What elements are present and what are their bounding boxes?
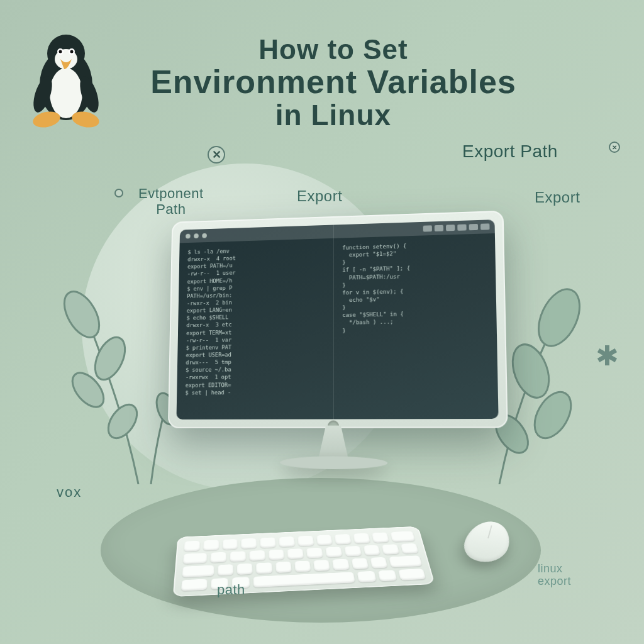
window-dot-icon (202, 233, 207, 238)
window-tab (423, 225, 432, 231)
keyboard-key (287, 548, 304, 559)
window-dot-icon (186, 234, 191, 239)
keyboard-key (279, 536, 294, 547)
keyboard-key (390, 531, 415, 542)
keyboard-key (313, 560, 330, 571)
keyboard-key (242, 538, 257, 549)
monitor-bezel: $ ls -la /envdrwxr-x 4 rootexport PATH=/… (168, 211, 508, 428)
keyboard-key (230, 551, 246, 562)
keyboard-key (372, 532, 389, 542)
label-vox: vox (57, 484, 82, 501)
terminal-code-right: function setenv() { export "$1=$2"}if [ … (333, 219, 498, 419)
close-circle-icon-small: ✕ (609, 142, 620, 153)
keyboard-key (352, 558, 369, 569)
keyboard-key (269, 549, 285, 560)
keyboard-key (333, 559, 350, 570)
monitor-stand (314, 426, 352, 460)
keyboard-key (316, 535, 333, 545)
terminal-code-left: $ ls -la /envdrwxr-x 4 rootexport PATH=/… (176, 225, 333, 419)
keyboard-key (378, 570, 397, 581)
asterisk-icon: ✱ (596, 340, 619, 372)
label-export-center: Export (297, 187, 342, 205)
keyboard-key (260, 537, 275, 548)
keyboard-key (181, 579, 208, 591)
keyboard-key (211, 552, 226, 562)
svg-point-7 (506, 340, 556, 402)
title-line-1: How to Set (113, 34, 553, 65)
keyboard-spacebar (253, 572, 355, 587)
keyboard-key (182, 565, 214, 577)
keyboard-key (297, 536, 314, 547)
keyboard-key (382, 544, 399, 555)
keyboard-key (357, 570, 376, 582)
keyboard-key (389, 555, 422, 567)
window-tab (480, 223, 490, 230)
window-tab (435, 225, 443, 231)
window-tab (457, 225, 466, 231)
keyboard-key (370, 557, 388, 569)
keyboard-key (203, 540, 219, 550)
keyboard-key (335, 534, 352, 544)
keyboard-key (325, 547, 342, 557)
label-path: path (217, 582, 245, 598)
window-tab (446, 225, 455, 231)
title-line-2: Environment Variables (113, 63, 553, 101)
close-circle-icon: ✕ (208, 146, 225, 164)
keyboard-key (249, 550, 265, 561)
tux-penguin-icon (19, 25, 113, 132)
svg-point-3 (103, 399, 143, 443)
label-export-right: Export (535, 189, 580, 206)
svg-point-17 (70, 50, 74, 53)
label-evtponent-path: Evtponent Path (138, 186, 204, 218)
keyboard-key (353, 533, 370, 543)
keyboard-key (401, 543, 418, 554)
page-title: How to Set Environment Variables in Linu… (113, 34, 553, 132)
svg-point-15 (59, 50, 62, 53)
keyboard-key (256, 562, 272, 574)
window-dot-icon (194, 233, 199, 238)
svg-point-6 (530, 283, 587, 353)
keyboard-key (275, 562, 292, 573)
label-export-path: Export Path (462, 142, 558, 162)
keyboard-key (294, 560, 311, 572)
keyboard-key (398, 569, 426, 580)
svg-point-0 (57, 286, 106, 343)
keyboard-key (183, 553, 207, 564)
keyboard-key (237, 564, 253, 575)
svg-point-12 (50, 68, 82, 118)
keyboard-key (344, 546, 361, 557)
keyboard-key (306, 547, 323, 558)
title-line-3: in Linux (113, 98, 553, 132)
label-linux-export: linux export (538, 563, 571, 588)
keyboard-key (184, 541, 199, 552)
keyboard-key (222, 539, 237, 550)
window-tabs (423, 219, 490, 235)
monitor: $ ls -la /envdrwxr-x 4 rootexport PATH=/… (167, 211, 509, 468)
keyboard-key (363, 545, 380, 555)
window-tab (469, 224, 478, 230)
keyboard-key (218, 564, 233, 575)
terminal-screen: $ ls -la /envdrwxr-x 4 rootexport PATH=/… (176, 219, 498, 419)
dot-circle-icon (114, 189, 123, 197)
